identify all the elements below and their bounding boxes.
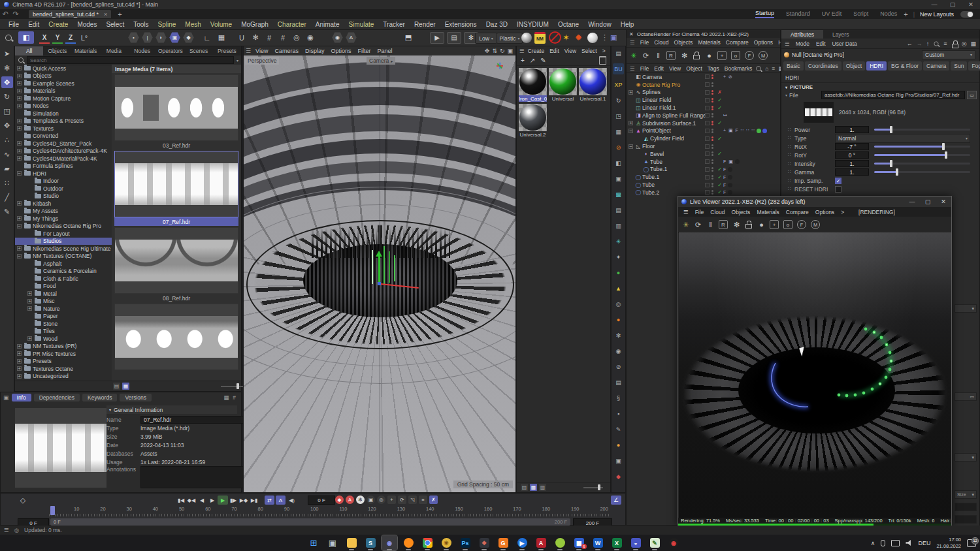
focus-picker-icon[interactable]: F [745,51,754,60]
enable-state-icon[interactable]: ✓ [716,136,723,142]
octane-menu-item[interactable]: Objects [672,39,696,46]
asset-browser-tab[interactable]: Objects [43,46,71,55]
layer-box[interactable] [705,90,710,95]
copy-icon[interactable]: ▦ [223,394,229,401]
object-octane-rig-pro[interactable]: ◉ Octane Rig Pro [627,81,780,89]
utility-app[interactable]: ❖ [476,535,492,550]
materials-menu-item[interactable]: > [600,48,608,54]
parameter-slider[interactable] [874,163,970,165]
search-icon[interactable] [3,31,14,44]
maximize-view-icon[interactable]: ▣ [507,48,513,54]
keyframe-selection-icon[interactable]: ▣ [367,496,375,504]
popout-icon[interactable]: ▦ [970,40,976,47]
material-item[interactable]: Iron_Cast_0 [519,68,547,102]
visibility-dots[interactable] [711,151,713,156]
expand-icon[interactable]: + [17,216,22,221]
document-tab[interactable]: bended_splines_tut.c4d * × [29,10,111,18]
object-manager-menu-item[interactable]: Tags [705,65,722,72]
texture-mode-icon[interactable]: ◆ [183,32,194,43]
plugin-icon[interactable]: ▪ [613,408,624,419]
z-axis-lock-button[interactable]: Z [65,33,76,44]
pause-render-icon[interactable]: ‖ [653,50,664,61]
expand-icon[interactable]: + [17,156,22,161]
file-explorer[interactable] [344,535,359,550]
firefox-app[interactable] [400,535,416,550]
photoshop-app[interactable]: Ps [457,535,473,550]
coordinate-system-icon[interactable]: L° [78,31,90,44]
go-to-start-icon[interactable]: ▮◀ [176,496,186,505]
material-picker-icon[interactable]: M [811,220,820,229]
autokey-icon[interactable]: A [346,496,354,504]
viewport-menu-item[interactable]: Cameras [271,48,302,54]
expand-icon[interactable]: + [27,336,32,341]
info-panel-tab[interactable]: Info [12,394,31,401]
tree-folder-row[interactable]: Converted [15,133,112,140]
thumbnail-size-slider[interactable] [221,386,243,387]
object-tags[interactable]: + ▣ F ∷ ∷ ∷ [723,128,755,133]
points-mode-icon[interactable]: • [128,32,139,43]
menubar-item[interactable]: Volume [206,21,237,28]
record-position-icon[interactable]: + [387,496,396,504]
tree-folder-row[interactable]: My Assets [15,208,112,215]
enable-state-icon[interactable]: ✗ [716,89,723,95]
kernel-settings-icon[interactable]: ✻ [731,219,742,230]
visibility-dots[interactable] [711,129,713,133]
up-icon[interactable]: ↑ [926,40,930,47]
plugin-icon[interactable]: BU [613,63,624,74]
menubar-item[interactable]: Modes [73,21,101,28]
grid-icon[interactable]: # [264,33,274,43]
material-item[interactable]: Universal.2 [519,104,547,138]
close-tab-icon[interactable]: × [104,11,107,18]
enable-state-icon[interactable]: ✓ [716,97,723,103]
display-icon[interactable] [891,540,900,546]
menubar-item[interactable]: Render [410,21,440,28]
attribute-category-tab[interactable]: BG & Floor [888,61,922,71]
status-menu-icon[interactable]: ☰ [4,527,9,533]
polygons-mode-icon[interactable]: ◗ [155,32,167,43]
axis-modify-icon[interactable]: ∟ [201,31,213,44]
expand-icon[interactable]: + [629,90,633,95]
minimize-button[interactable]: — [904,198,920,205]
filter-icon[interactable]: ≡ [943,40,947,47]
expand-icon[interactable]: − [629,144,633,149]
layer-box[interactable] [705,136,710,141]
object-manager-menu-item[interactable]: Bookmarks [722,65,755,72]
maximize-button[interactable]: ▢ [943,1,962,8]
notepad-app[interactable]: ✎ [647,535,662,550]
tree-folder-row[interactable]: Outdoor [15,185,112,193]
parameter-checkbox[interactable] [835,186,841,193]
octane-menu-item[interactable]: Cloud [651,39,671,46]
visibility-dots[interactable] [711,144,713,149]
info-value-box[interactable]: 07_Ref.hdr [140,416,245,424]
material-quality-dropdown[interactable]: Plastic▾ [497,33,523,44]
layer-box[interactable] [705,167,710,172]
search-icon[interactable] [934,41,939,46]
octane-menu-item[interactable]: File [638,39,652,46]
general-information-header[interactable]: ▾General Information [106,405,237,414]
record-parameter-icon[interactable]: ≡ [419,496,427,504]
tree-folder-row[interactable]: Asphalt [15,260,112,268]
material-tag-icon[interactable] [757,129,761,133]
expand-icon[interactable]: + [17,246,22,251]
tree-folder-row[interactable]: + Example Scenes [15,80,112,87]
language-indicator[interactable]: DEU [918,540,930,546]
plugin-icon[interactable]: ◳ [613,110,624,121]
object-manager-menu-item[interactable]: View [666,65,683,72]
plugin-icon[interactable]: ◉ [613,345,624,356]
expand-icon[interactable]: + [17,351,22,356]
plugin-icon[interactable]: ◧ [613,157,624,168]
visibility-dots[interactable] [711,167,713,172]
workplane-icon[interactable]: ◉ [305,33,316,43]
next-key-icon[interactable]: ▶◆ [238,496,249,505]
microphone-icon[interactable] [881,540,885,546]
info-panel-tab[interactable]: Versions [120,394,152,401]
tree-folder-row[interactable]: + Motion Capture [15,95,112,102]
lock-icon[interactable] [951,39,958,48]
file-expand-icon[interactable]: ▾ [785,93,787,97]
material-item[interactable]: Universal [549,68,577,102]
layout-tab[interactable]: Nodes [880,10,897,18]
layout-toggle[interactable] [960,11,973,18]
viewport-solo-icon[interactable]: ◉ [332,32,343,43]
timeline-graph-icon[interactable]: ∠ [611,496,621,505]
orbit-icon[interactable]: ↻ [500,48,505,54]
